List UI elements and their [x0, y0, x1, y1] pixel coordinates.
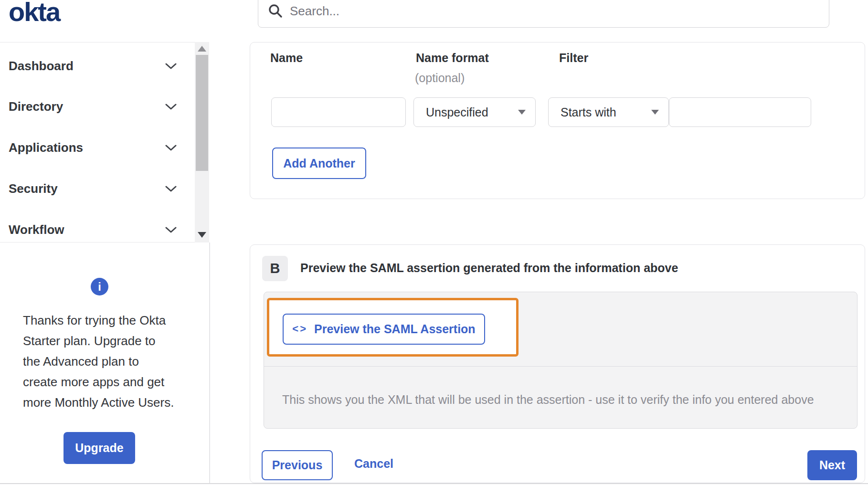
upgrade-message: Thanks for trying the Okta Starter plan.…: [23, 310, 188, 413]
global-search[interactable]: [258, 0, 829, 28]
chevron-down-icon: [165, 104, 177, 112]
name-input-box: [271, 97, 406, 127]
attribute-statements-panel: Name Name format (optional) Filter Unspe…: [250, 42, 865, 199]
search-icon: [268, 3, 283, 19]
upgrade-button[interactable]: Upgrade: [64, 432, 135, 464]
preview-button-label: Preview the SAML Assertion: [314, 322, 476, 336]
filter-value-input[interactable]: [669, 98, 811, 127]
search-input[interactable]: [290, 4, 791, 19]
sidebar-item-security[interactable]: Security: [9, 178, 180, 199]
viewport-bottom-border: [0, 483, 868, 484]
filter-type-value: Starts with: [561, 105, 616, 119]
info-icon: i: [91, 278, 108, 295]
upgrade-message-line: create more apps and get: [23, 372, 188, 392]
next-button[interactable]: Next: [807, 450, 857, 480]
scroll-up-icon[interactable]: [198, 46, 206, 52]
preview-saml-panel: B Preview the SAML assertion generated f…: [250, 244, 865, 483]
sidebar-item-directory[interactable]: Directory: [9, 96, 180, 117]
upgrade-message-line: Thanks for trying the Okta: [23, 310, 188, 331]
caret-down-icon: [651, 110, 659, 115]
sidebar-item-workflow[interactable]: Workflow: [9, 219, 180, 240]
upgrade-message-line: more Monthly Active Users.: [23, 392, 188, 413]
okta-admin-page: okta Dashboard Directory Applications: [0, 0, 868, 485]
sidebar-item-label: Applications: [9, 140, 83, 155]
preview-box: <> Preview the SAML Assertion This shows…: [264, 292, 857, 429]
caret-down-icon: [518, 110, 526, 115]
filter-type-select[interactable]: Starts with: [548, 97, 669, 127]
chevron-down-icon: [165, 145, 177, 153]
preview-helper-text: This shows you the XML that will be used…: [282, 393, 814, 407]
scrollbar-thumb[interactable]: [196, 55, 208, 171]
sidebar-item-label: Directory: [9, 99, 63, 114]
name-input[interactable]: [272, 98, 405, 127]
sidebar-item-label: Security: [9, 181, 58, 196]
chevron-down-icon: [165, 227, 177, 235]
sidebar-scrollbar[interactable]: [195, 42, 209, 242]
name-format-column-label: Name format: [416, 51, 489, 65]
preview-saml-assertion-button[interactable]: <> Preview the SAML Assertion: [283, 314, 485, 345]
upgrade-message-line: the Advanced plan to: [23, 351, 188, 372]
chevron-down-icon: [165, 63, 177, 72]
name-format-value: Unspecified: [426, 105, 488, 119]
scroll-down-icon[interactable]: [198, 232, 206, 238]
preview-box-divider: [264, 366, 857, 367]
optional-sublabel: (optional): [415, 71, 465, 85]
sidebar-item-applications[interactable]: Applications: [9, 137, 180, 158]
step-b-badge: B: [262, 256, 288, 281]
filter-value-box: [669, 97, 811, 127]
sidebar-item-label: Dashboard: [9, 59, 74, 74]
name-column-label: Name: [270, 51, 303, 65]
highlight-annotation-box: <> Preview the SAML Assertion: [267, 298, 519, 357]
sidebar-item-label: Workflow: [9, 222, 64, 237]
chevron-down-icon: [165, 186, 177, 194]
sidebar-divider: [209, 242, 210, 483]
code-brackets-icon: <>: [292, 323, 307, 335]
cancel-button[interactable]: Cancel: [354, 457, 393, 471]
add-another-button[interactable]: Add Another: [272, 148, 366, 179]
previous-button[interactable]: Previous: [262, 450, 333, 480]
filter-column-label: Filter: [559, 51, 588, 65]
okta-logo: okta: [9, 0, 60, 27]
preview-section-title: Preview the SAML assertion generated fro…: [300, 261, 678, 275]
upgrade-message-line: Starter plan. Upgrade to: [23, 331, 188, 351]
name-format-select[interactable]: Unspecified: [413, 97, 536, 127]
sidebar-menu: Dashboard Directory Applications Securit…: [0, 42, 209, 242]
sidebar-item-dashboard[interactable]: Dashboard: [9, 55, 180, 76]
